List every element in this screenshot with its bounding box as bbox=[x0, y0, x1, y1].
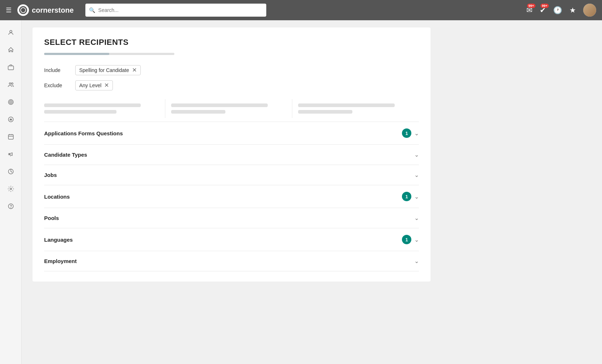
skeleton-col-3 bbox=[298, 99, 419, 118]
section-item-right: ⌄ bbox=[414, 215, 419, 221]
exclude-tag-close[interactable]: ✕ bbox=[104, 82, 109, 88]
sidebar-item-people[interactable] bbox=[3, 77, 19, 93]
chevron-down-icon: ⌄ bbox=[414, 215, 419, 221]
content-card: SELECT RECIPIENTS Include Spelling for C… bbox=[33, 27, 431, 282]
sidebar-item-briefcase[interactable] bbox=[3, 59, 19, 75]
skeleton-line bbox=[171, 110, 225, 114]
section-item-right: 1⌄ bbox=[402, 235, 419, 244]
main-content: SELECT RECIPIENTS Include Spelling for C… bbox=[22, 20, 602, 364]
logo-text: cornerstone bbox=[32, 6, 74, 14]
section-item[interactable]: Candidate Types⌄ bbox=[44, 145, 419, 165]
sidebar-item-target[interactable] bbox=[3, 94, 19, 110]
svg-point-14 bbox=[10, 188, 12, 190]
skeleton-col-2 bbox=[171, 99, 292, 118]
skeleton-line bbox=[171, 103, 268, 107]
section-item-label: Candidate Types bbox=[44, 152, 87, 158]
section-list: Applications Forms Questions1⌄Candidate … bbox=[44, 122, 419, 271]
section-item-left: Employment bbox=[44, 258, 77, 264]
sidebar-item-person[interactable] bbox=[3, 25, 19, 41]
messages-button[interactable]: ✉ 99+ bbox=[526, 6, 533, 14]
section-item-left: Applications Forms Questions bbox=[44, 130, 123, 136]
skeleton-line bbox=[44, 103, 141, 107]
sidebar-item-home[interactable] bbox=[3, 42, 19, 58]
section-badge: 1 bbox=[402, 192, 411, 201]
sidebar-item-settings[interactable] bbox=[3, 181, 19, 197]
search-input[interactable] bbox=[85, 4, 266, 17]
include-row: Include Spelling for Candidate ✕ bbox=[44, 65, 419, 75]
logo-icon bbox=[17, 4, 29, 16]
tasks-badge: 99+ bbox=[540, 4, 549, 8]
chevron-down-icon: ⌄ bbox=[414, 193, 419, 200]
history-button[interactable]: 🕐 bbox=[553, 6, 562, 14]
section-badge: 1 bbox=[402, 235, 411, 244]
section-item-label: Employment bbox=[44, 258, 77, 264]
section-item-left: Pools bbox=[44, 215, 59, 221]
svg-rect-9 bbox=[8, 135, 13, 139]
section-item-left: Locations bbox=[44, 194, 70, 200]
section-item[interactable]: Pools⌄ bbox=[44, 208, 419, 228]
chevron-down-icon: ⌄ bbox=[414, 258, 419, 264]
section-item-right: 1⌄ bbox=[402, 192, 419, 201]
user-avatar[interactable] bbox=[583, 4, 596, 17]
include-tag[interactable]: Spelling for Candidate ✕ bbox=[75, 65, 141, 75]
section-item[interactable]: Employment⌄ bbox=[44, 251, 419, 271]
include-tag-text: Spelling for Candidate bbox=[79, 67, 129, 73]
messages-badge: 99+ bbox=[527, 4, 535, 8]
chevron-down-icon: ⌄ bbox=[414, 172, 419, 178]
svg-point-3 bbox=[11, 83, 13, 85]
progress-fill bbox=[44, 53, 109, 55]
section-item-right: ⌄ bbox=[414, 172, 419, 178]
section-item-right: ⌄ bbox=[414, 258, 419, 264]
logo: cornerstone bbox=[17, 4, 74, 16]
chevron-down-icon: ⌄ bbox=[414, 151, 419, 158]
svg-marker-8 bbox=[9, 118, 12, 121]
sidebar-item-soccer[interactable] bbox=[3, 111, 19, 127]
exclude-tag-text: Any Level bbox=[79, 82, 101, 88]
chevron-down-icon: ⌄ bbox=[414, 130, 419, 137]
exclude-tag[interactable]: Any Level ✕ bbox=[75, 80, 113, 90]
svg-point-16 bbox=[10, 207, 11, 208]
svg-rect-1 bbox=[8, 66, 13, 70]
include-tag-close[interactable]: ✕ bbox=[132, 67, 137, 73]
section-item[interactable]: Applications Forms Questions1⌄ bbox=[44, 122, 419, 145]
skeleton-line bbox=[44, 110, 116, 114]
section-item-label: Locations bbox=[44, 194, 70, 200]
skeleton-line bbox=[298, 103, 395, 107]
section-item[interactable]: Jobs⌄ bbox=[44, 165, 419, 185]
section-item-left: Languages bbox=[44, 237, 73, 243]
svg-point-2 bbox=[9, 83, 11, 85]
section-item-right: 1⌄ bbox=[402, 128, 419, 138]
progress-bar bbox=[44, 53, 174, 55]
section-item-label: Languages bbox=[44, 237, 73, 243]
section-item[interactable]: Languages1⌄ bbox=[44, 228, 419, 251]
svg-point-0 bbox=[10, 30, 12, 33]
sidebar-item-megaphone[interactable] bbox=[3, 146, 19, 162]
sidebar bbox=[0, 20, 22, 364]
section-item-label: Applications Forms Questions bbox=[44, 130, 123, 136]
hamburger-menu[interactable]: ☰ bbox=[6, 6, 12, 14]
favorites-button[interactable]: ★ bbox=[569, 6, 576, 14]
exclude-row: Exclude Any Level ✕ bbox=[44, 80, 419, 90]
sidebar-item-calendar[interactable] bbox=[3, 129, 19, 145]
sidebar-item-chart[interactable] bbox=[3, 164, 19, 179]
section-badge: 1 bbox=[402, 128, 411, 138]
page-title: SELECT RECIPIENTS bbox=[44, 38, 419, 47]
exclude-label: Exclude bbox=[44, 82, 69, 88]
section-item-label: Pools bbox=[44, 215, 59, 221]
search-container: 🔍 bbox=[85, 4, 266, 17]
section-item-left: Candidate Types bbox=[44, 152, 87, 158]
skeleton-loading bbox=[44, 99, 419, 118]
nav-actions: ✉ 99+ ✔ 99+ 🕐 ★ bbox=[526, 4, 596, 17]
sidebar-item-help[interactable] bbox=[3, 198, 19, 214]
section-item-label: Jobs bbox=[44, 172, 57, 178]
section-item-right: ⌄ bbox=[414, 151, 419, 158]
tasks-button[interactable]: ✔ 99+ bbox=[540, 6, 546, 14]
section-item[interactable]: Locations1⌄ bbox=[44, 185, 419, 208]
skeleton-col-1 bbox=[44, 99, 165, 118]
avatar-image bbox=[583, 4, 596, 17]
svg-point-6 bbox=[10, 102, 11, 102]
chevron-down-icon: ⌄ bbox=[414, 236, 419, 243]
search-icon: 🔍 bbox=[89, 7, 95, 13]
skeleton-line bbox=[298, 110, 352, 114]
include-label: Include bbox=[44, 67, 69, 73]
